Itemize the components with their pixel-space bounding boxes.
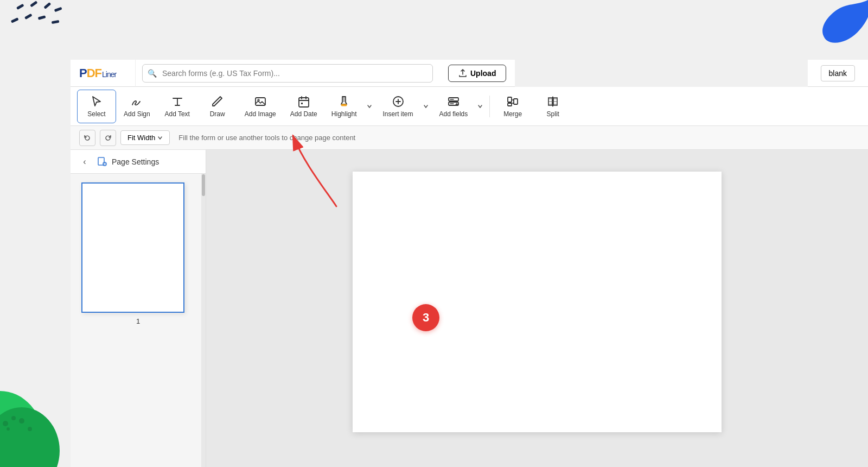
svg-rect-16 (256, 98, 265, 105)
svg-rect-19 (301, 103, 303, 104)
page-settings-label: Page Settings (112, 157, 159, 166)
bg-decoration-grass (0, 358, 71, 467)
chevron-down-icon-2 (423, 104, 429, 109)
undo-icon (84, 134, 91, 142)
logo-text-p: P (79, 66, 87, 80)
svg-point-10 (3, 421, 8, 426)
add-sign-tool-button[interactable]: Add Sign (117, 90, 157, 123)
logo: PDFLiner (71, 60, 136, 87)
logo-text-liner: Liner (102, 70, 116, 79)
sidebar-scrollbar-thumb (202, 174, 205, 196)
add-text-tool-button[interactable]: Add Text (158, 90, 197, 123)
add-fields-dropdown-arrow[interactable] (474, 90, 486, 123)
toolbar-divider (489, 96, 490, 117)
add-date-icon (297, 95, 310, 108)
svg-point-12 (19, 418, 24, 424)
hint-text: Fill the form or use another tools to ch… (178, 134, 355, 142)
svg-point-11 (11, 416, 16, 420)
search-icon: 🔍 (148, 69, 157, 78)
svg-point-9 (0, 407, 60, 467)
upload-button[interactable]: Upload (448, 65, 506, 82)
fit-width-button[interactable]: Fit Width (120, 130, 170, 145)
svg-rect-7 (52, 20, 60, 24)
merge-icon (506, 95, 519, 108)
chevron-down-icon-3 (477, 104, 483, 109)
page-settings-icon (97, 156, 107, 167)
highlight-dropdown-arrow[interactable] (363, 90, 375, 123)
step-3-indicator: 3 (412, 304, 439, 331)
split-tool-button[interactable]: Split (533, 90, 572, 123)
add-fields-tool-group: Add fields (433, 90, 487, 123)
sidebar: ‹ Page Settings 1 (71, 150, 206, 467)
logo-text-df: DF (87, 66, 101, 80)
add-text-icon (171, 95, 184, 108)
select-icon (90, 95, 103, 108)
page-1-thumbnail[interactable] (81, 182, 184, 313)
add-fields-icon (447, 95, 460, 108)
merge-tool-button[interactable]: Merge (493, 90, 532, 123)
blank-btn-container: blank (808, 60, 868, 87)
add-fields-tool-button[interactable]: Add fields (433, 90, 475, 123)
redo-icon (104, 134, 112, 142)
blank-button[interactable]: blank (821, 65, 855, 81)
canvas-area (206, 150, 868, 467)
highlight-tool-button[interactable]: Highlight (325, 90, 363, 123)
svg-rect-0 (16, 4, 24, 10)
chevron-down-icon (367, 104, 372, 109)
svg-rect-1 (30, 1, 37, 7)
svg-point-8 (0, 391, 43, 467)
insert-item-tool-button[interactable]: Insert item (376, 90, 420, 123)
toolbar: Select Add Sign Add Text Draw Add Image (71, 87, 868, 126)
svg-point-14 (28, 427, 32, 431)
svg-rect-2 (43, 2, 51, 9)
svg-rect-25 (508, 103, 512, 106)
bg-decoration-shape (797, 0, 868, 54)
undo-button[interactable] (79, 130, 95, 146)
svg-rect-24 (508, 97, 512, 102)
search-input[interactable] (142, 64, 433, 83)
page-1-number: 1 (81, 317, 195, 325)
upload-icon (458, 69, 467, 78)
highlight-icon (337, 95, 350, 108)
draw-tool-button[interactable]: Draw (198, 90, 237, 123)
svg-rect-26 (514, 99, 518, 104)
svg-rect-18 (299, 98, 309, 107)
page-thumbnails: 1 (71, 174, 206, 334)
svg-point-13 (7, 427, 10, 431)
fit-width-chevron-icon (157, 135, 163, 141)
redo-button[interactable] (100, 130, 116, 146)
secondary-toolbar: Fit Width Fill the form or use another t… (71, 126, 868, 150)
select-tool-button[interactable]: Select (77, 90, 116, 123)
insert-item-dropdown-arrow[interactable] (420, 90, 432, 123)
svg-rect-4 (11, 17, 19, 23)
add-sign-icon (130, 95, 143, 108)
upload-btn-container: Upload (439, 60, 515, 87)
svg-rect-5 (24, 14, 33, 20)
highlight-tool-group: Highlight (325, 90, 375, 123)
svg-rect-3 (54, 7, 62, 12)
sidebar-header: ‹ Page Settings (71, 150, 206, 174)
pdf-page (353, 172, 722, 432)
svg-rect-6 (38, 15, 46, 20)
draw-icon (211, 95, 224, 108)
add-image-tool-button[interactable]: Add Image (238, 90, 283, 123)
sidebar-collapse-button[interactable]: ‹ (77, 154, 92, 169)
split-icon (546, 95, 559, 108)
insert-item-tool-group: Insert item (376, 90, 432, 123)
add-image-icon (254, 95, 267, 108)
add-date-tool-button[interactable]: Add Date (284, 90, 324, 123)
svg-rect-20 (341, 104, 347, 106)
search-container: 🔍 (136, 60, 439, 87)
insert-item-icon (392, 95, 405, 108)
sidebar-scrollbar[interactable] (201, 174, 206, 467)
